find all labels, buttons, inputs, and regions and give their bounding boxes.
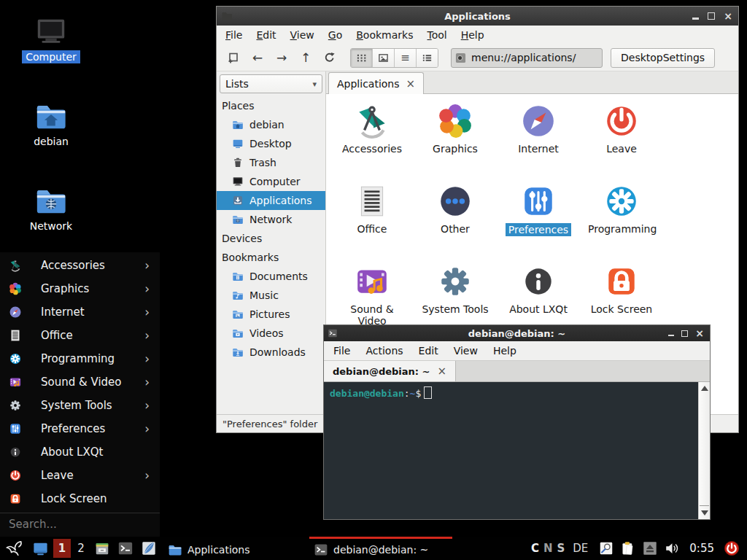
sidebar-item-videos[interactable]: Videos [217,324,325,343]
quicklaunch-terminal-button[interactable] [115,538,136,559]
close-button[interactable]: × [695,328,704,338]
reload-button[interactable] [319,48,341,67]
desktop-settings-button[interactable]: DesktopSettings [611,48,715,68]
thumbnail-view-button[interactable] [373,49,395,67]
terminal-menu-file[interactable]: File [333,345,350,357]
menu-search-input[interactable]: Search... [0,513,160,535]
terminal-scrollbar[interactable] [698,382,710,519]
desktop-icon-debian[interactable]: debian [18,99,85,148]
menu-item-sound-video[interactable]: Sound & Video › [0,370,160,394]
sidebar-item-pictures[interactable]: Pictures [217,305,325,324]
sidebar-item-trash[interactable]: Trash [217,153,325,172]
app-item-accessories[interactable]: Accessories [330,103,414,183]
removable-media-eject-icon[interactable] [642,540,658,556]
terminal-menu-view[interactable]: View [454,345,478,357]
sidebar-item-computer[interactable]: Computer [217,172,325,191]
other-icon [437,183,473,219]
sidebar-item-applications[interactable]: Applications [217,191,325,210]
sidebar-item-desktop[interactable]: Desktop [217,134,325,153]
workspace-2-button[interactable]: 2 [72,539,90,558]
shutdown-button[interactable] [724,540,740,556]
featherpad-icon [141,540,157,556]
fm-tab-applications[interactable]: Applications × [328,72,424,94]
fm-menu-go[interactable]: Go [328,29,342,41]
app-item-other[interactable]: Other [414,183,497,263]
address-bar[interactable]: menu://applications/ [451,48,603,68]
compact-view-button[interactable]: ≡ [395,49,417,67]
maximize-button[interactable] [708,12,715,20]
scroll-down-icon[interactable] [701,510,708,516]
detailed-list-view-button[interactable] [417,49,438,67]
sidebar-item-debian[interactable]: debian [217,115,325,134]
terminal-titlebar[interactable]: debian@debian: ~ × [324,325,710,341]
tab-close-icon[interactable]: × [437,365,446,378]
fm-menu-help[interactable]: Help [461,29,484,41]
quicklaunch-featherpad-button[interactable] [139,538,159,559]
app-item-preferences[interactable]: Preferences [497,183,580,263]
close-button[interactable]: × [724,11,732,21]
menu-item-internet[interactable]: Internet › [0,300,160,324]
show-desktop-button[interactable] [29,538,51,559]
menu-item-graphics[interactable]: Graphics › [0,277,160,300]
tab-close-icon[interactable]: × [406,77,416,90]
terminal-tab[interactable]: debian@debian: ~ × [324,361,456,381]
up-button[interactable]: ↑ [295,48,317,67]
terminal-menu-edit[interactable]: Edit [419,345,438,357]
fm-menu-view[interactable]: View [290,29,314,41]
terminal-menu-actions[interactable]: Actions [365,345,403,357]
menu-item-preferences[interactable]: Preferences › [0,417,160,440]
terminal-menu-help[interactable]: Help [493,345,516,357]
menu-item-about-lxqt[interactable]: About LXQt [0,440,160,464]
menu-item-programming[interactable]: Programming › [0,347,160,370]
menu-item-office[interactable]: Office › [0,324,160,347]
back-button[interactable]: ← [247,48,268,67]
task-button-applications[interactable]: Applications [163,537,306,560]
desktop-icon-network[interactable]: Network [18,184,85,233]
clock[interactable]: 0:55 [689,542,714,555]
caps-lock-indicator: C [531,542,539,555]
volume-icon[interactable] [664,540,680,556]
start-menu-button[interactable] [4,538,26,559]
scroll-up-icon[interactable] [701,386,708,391]
screenshot-tool-icon[interactable] [598,540,614,556]
fm-menu-tool[interactable]: Tool [427,29,446,41]
app-item-leave[interactable]: Leave [580,103,663,183]
sidebar-item-downloads[interactable]: Downloads [217,343,325,362]
office-icon [9,329,22,342]
menu-item-accessories[interactable]: Accessories › [0,254,160,277]
sidebar-item-music[interactable]: Music [217,286,325,305]
maximize-button[interactable] [681,330,688,337]
menu-item-lock-screen[interactable]: Lock Screen [0,487,160,510]
app-item-internet[interactable]: Internet [497,103,580,183]
terminal-output[interactable]: debian@debian:~$ [324,382,710,519]
workspace-1-button[interactable]: 1 [53,539,71,558]
forward-button[interactable]: → [271,48,293,67]
sound-video-icon [354,263,390,300]
app-item-graphics[interactable]: Graphics [414,103,497,183]
app-item-office[interactable]: Office [330,183,414,263]
sidebar-item-network[interactable]: Network [217,210,325,229]
minimize-button[interactable] [668,335,674,336]
fm-menu-edit[interactable]: Edit [256,29,276,41]
keyboard-layout-indicator[interactable]: DE [573,542,588,555]
fm-menu-bookmarks[interactable]: Bookmarks [356,29,413,41]
menu-item-system-tools[interactable]: System Tools › [0,394,160,417]
new-tab-button[interactable] [222,48,244,67]
minimize-button[interactable] [692,18,699,20]
clipboard-icon[interactable] [620,540,636,556]
desktop-icon-computer[interactable]: Computer [18,15,85,63]
submenu-chevron-icon: › [144,400,150,412]
menu-item-leave[interactable]: Leave › [0,464,160,487]
system-tools-icon [9,399,22,412]
app-item-programming[interactable]: Programming [580,183,663,263]
home-folder-icon [232,119,244,131]
sidebar-mode-combobox[interactable]: Lists ▾ [220,74,322,93]
task-button-terminal[interactable]: debian@debian: ~ [309,537,452,560]
menu-item-label: Lock Screen [41,492,151,505]
fm-titlebar[interactable]: Applications × [217,7,738,26]
icon-view-button[interactable] [351,49,373,67]
music-folder-icon [232,289,244,301]
fm-menu-file[interactable]: File [225,29,242,41]
sidebar-item-documents[interactable]: Documents [217,267,325,286]
quicklaunch-file-manager-button[interactable] [92,538,112,559]
